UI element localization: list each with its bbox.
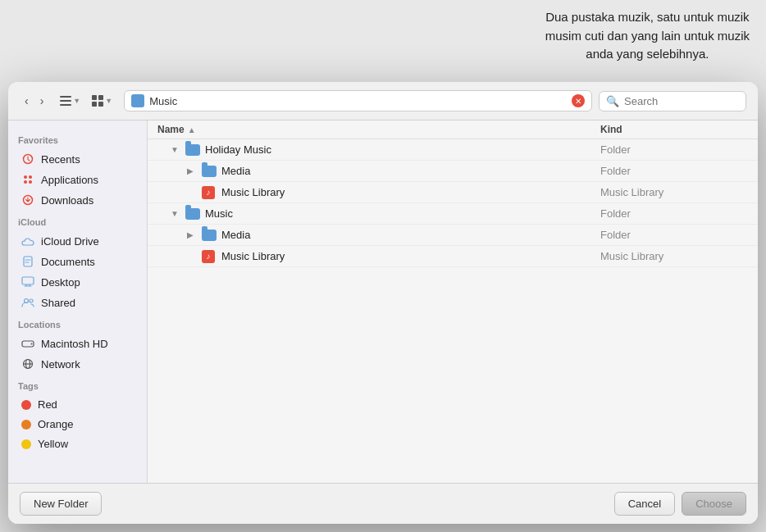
macintosh-hd-icon [21,337,34,350]
icloud-label: iCloud [8,211,147,230]
yellow-tag-dot [21,439,31,449]
location-clear-button[interactable]: ✕ [572,94,585,107]
file-name: Media [221,165,250,177]
search-input[interactable] [624,95,739,107]
search-icon: 🔍 [606,95,619,107]
table-row[interactable]: ▼ Holiday Music Folder [148,139,758,161]
desktop-label: Desktop [41,276,80,289]
file-kind: Folder [600,143,748,156]
sidebar-item-tag-orange[interactable]: Orange [11,415,144,434]
location-bar[interactable]: Music ✕ [124,90,592,111]
svg-point-9 [29,175,32,179]
svg-rect-14 [22,277,34,284]
sidebar-item-tag-red[interactable]: Red [11,395,144,414]
recents-label: Recents [41,153,80,166]
red-tag-label: Red [38,398,57,411]
network-label: Network [41,358,80,371]
network-icon [21,357,34,371]
open-dialog: ‹ › ▼ ▼ [8,82,758,524]
applications-icon [21,173,34,186]
downloads-label: Downloads [41,194,93,207]
grid-icon [92,95,103,107]
location-name: Music [149,95,567,107]
sidebar-item-documents[interactable]: Documents [11,252,144,271]
sidebar-item-recents[interactable]: Recents [11,149,144,169]
main-area: Favorites Recents Applications Downloads [8,120,758,483]
svg-rect-13 [24,257,32,266]
folder-icon [185,208,200,220]
file-name-cell: ▶ Media [187,165,600,177]
sidebar-item-macintosh-hd[interactable]: Macintosh HD [11,334,144,353]
file-name-cell: ▶ Media [187,229,600,241]
forward-button[interactable]: › [35,92,49,110]
grid-view-chevron: ▼ [105,97,112,105]
applications-label: Applications [41,174,98,186]
sidebar-item-network[interactable]: Network [11,354,144,374]
table-row[interactable]: ▼ Music Folder [148,203,758,225]
orange-tag-dot [21,420,31,430]
tags-label: Tags [8,375,147,394]
svg-rect-6 [98,102,103,107]
cancel-button[interactable]: Cancel [614,492,675,516]
back-button[interactable]: ‹ [20,92,34,110]
grid-view-button[interactable]: ▼ [87,93,117,109]
svg-point-8 [24,175,27,179]
view-buttons: ▼ ▼ [55,93,117,109]
svg-point-18 [31,343,33,345]
svg-point-11 [29,180,32,184]
svg-rect-5 [92,102,97,107]
folder-icon [202,230,217,241]
file-name: Music Library [221,250,285,262]
sidebar-item-icloud-drive[interactable]: iCloud Drive [11,231,144,251]
file-name: Media [221,229,250,241]
sidebar-item-downloads[interactable]: Downloads [11,190,144,210]
column-name-header[interactable]: Name ▲ [157,124,600,135]
expand-arrow: ▶ [187,230,198,239]
sidebar-item-desktop[interactable]: Desktop [11,272,144,292]
sidebar-item-shared[interactable]: Shared [11,293,144,312]
svg-rect-0 [60,96,71,98]
sidebar: Favorites Recents Applications Downloads [8,120,148,483]
file-name: Music Library [221,186,285,198]
list-icon [60,95,71,107]
music-lib-icon: ♪ [202,250,215,263]
folder-icon [202,166,217,177]
svg-point-10 [24,180,27,184]
desktop-icon [21,275,34,289]
choose-button[interactable]: Choose [682,492,746,516]
red-tag-dot [21,400,31,410]
expand-arrow: ▼ [171,145,182,154]
table-row[interactable]: ♪ Music Library Music Library [148,182,758,203]
location-folder-icon [131,94,144,107]
recents-icon [21,152,34,166]
search-bar: 🔍 [599,91,746,111]
file-kind: Folder [600,229,748,241]
file-kind: Folder [600,207,748,220]
sort-arrow: ▲ [188,125,196,134]
table-row[interactable]: ♪ Music Library Music Library [148,246,758,267]
downloads-icon [21,193,34,207]
shared-icon [21,296,34,309]
list-view-button[interactable]: ▼ [55,93,85,109]
svg-rect-4 [98,95,103,100]
file-list-container: Name ▲ Kind ▼ Holiday Music Folder ▶ [148,120,758,483]
list-view-chevron: ▼ [73,97,80,105]
file-list-header: Name ▲ Kind [148,120,758,139]
table-row[interactable]: ▶ Media Folder [148,161,758,182]
yellow-tag-label: Yellow [38,438,68,450]
svg-rect-2 [60,104,71,106]
file-name-cell: ♪ Music Library [187,186,600,199]
new-folder-button[interactable]: New Folder [20,492,102,516]
svg-rect-3 [92,95,97,100]
icloud-icon [21,234,34,248]
sidebar-item-tag-yellow[interactable]: Yellow [11,434,144,453]
sidebar-item-applications[interactable]: Applications [11,170,144,189]
file-kind: Music Library [600,186,748,198]
locations-label: Locations [8,313,147,333]
toolbar: ‹ › ▼ ▼ [8,82,758,120]
icloud-drive-label: iCloud Drive [41,235,99,248]
music-lib-icon: ♪ [202,186,215,199]
table-row[interactable]: ▶ Media Folder [148,225,758,246]
file-name: Holiday Music [205,143,271,156]
documents-label: Documents [41,256,95,268]
